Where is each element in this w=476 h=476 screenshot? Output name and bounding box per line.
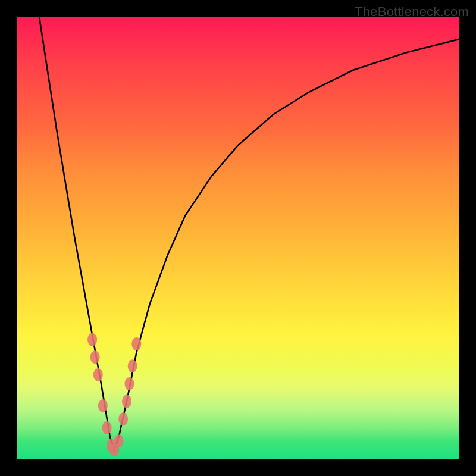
chart-svg <box>17 17 459 459</box>
scatter-point <box>102 421 112 434</box>
watermark-text: TheBottleneck.com <box>355 4 469 20</box>
scatter-point <box>93 368 103 381</box>
scatter-point <box>114 434 124 447</box>
scatter-point <box>131 337 141 350</box>
scatter-point <box>90 350 100 364</box>
scatter-point <box>87 333 97 346</box>
scatter-point <box>128 359 137 372</box>
scatter-point <box>122 395 131 408</box>
outer-frame: TheBottleneck.com <box>0 0 476 476</box>
scatter-point <box>118 412 128 425</box>
plot-area <box>17 17 459 459</box>
scatter-point <box>98 399 108 412</box>
curve-layer <box>39 17 459 450</box>
scatter-layer <box>87 333 141 457</box>
bottleneck-curve <box>39 17 459 450</box>
scatter-point <box>125 377 134 390</box>
